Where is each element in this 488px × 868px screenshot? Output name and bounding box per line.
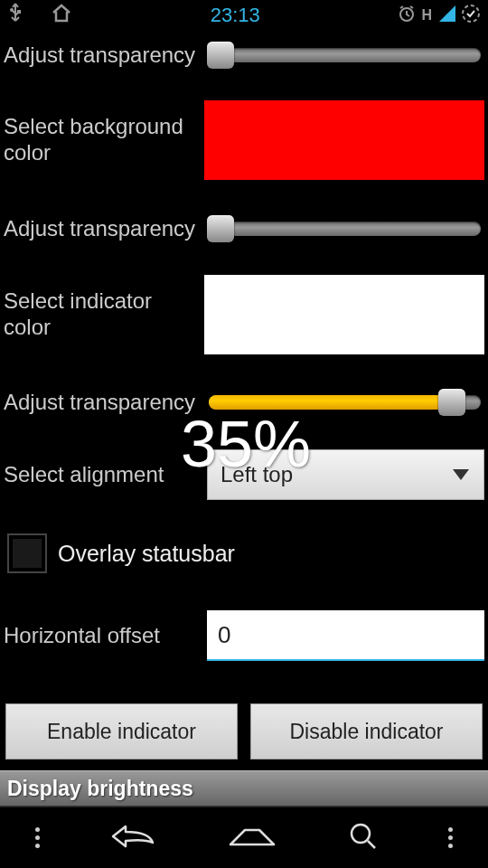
slider-thumb-icon[interactable]: [207, 215, 234, 242]
overflow-menu-right-icon[interactable]: [448, 827, 453, 848]
input-horizontal-offset-value: 0: [218, 621, 230, 649]
settings-content: Adjust transparency Select background co…: [0, 31, 488, 807]
slider-thumb-icon[interactable]: [438, 389, 465, 416]
nav-bar: [0, 807, 488, 868]
section-display-brightness-label: Display brightness: [7, 777, 193, 801]
checkbox-overlay-statusbar[interactable]: [7, 533, 47, 573]
label-transparency-1: Adjust transparency: [4, 42, 205, 69]
enable-indicator-button[interactable]: Enable indicator: [5, 703, 238, 760]
label-transparency-2: Adjust transparency: [4, 216, 205, 242]
home-icon: [51, 3, 72, 29]
nav-back-button[interactable]: [109, 823, 156, 854]
label-bg-color: Select background color: [4, 114, 204, 166]
slider-transparency-3[interactable]: [205, 389, 484, 416]
swatch-indicator-color[interactable]: [204, 275, 484, 354]
label-transparency-3: Adjust transparency: [4, 390, 205, 416]
enable-indicator-label: Enable indicator: [47, 720, 196, 744]
slider-transparency-2[interactable]: [205, 215, 484, 242]
sync-icon: [461, 4, 481, 28]
svg-point-4: [352, 825, 370, 843]
swatch-bg-color[interactable]: [204, 100, 484, 180]
network-type: H: [421, 7, 432, 24]
nav-home-button[interactable]: [227, 825, 277, 852]
status-clock: 23:13: [72, 4, 398, 27]
chevron-down-icon: [453, 469, 469, 480]
disable-indicator-button[interactable]: Disable indicator: [250, 703, 483, 760]
slider-thumb-icon[interactable]: [207, 42, 234, 69]
label-horizontal-offset: Horizontal offset: [4, 623, 207, 649]
svg-point-0: [10, 8, 14, 12]
alarm-icon: [398, 5, 416, 27]
nav-search-button[interactable]: [348, 821, 379, 855]
overflow-menu-left-icon[interactable]: [35, 827, 40, 848]
disable-indicator-label: Disable indicator: [289, 720, 443, 744]
dropdown-alignment[interactable]: Left top: [207, 449, 484, 500]
dropdown-alignment-value: Left top: [221, 462, 293, 487]
svg-point-3: [463, 5, 479, 22]
label-alignment: Select alignment: [4, 462, 207, 488]
input-horizontal-offset[interactable]: 0: [207, 610, 484, 661]
section-display-brightness: Display brightness: [0, 770, 488, 807]
usb-icon: [7, 3, 23, 29]
slider-transparency-1[interactable]: [205, 42, 484, 69]
label-indicator-color: Select indicator color: [4, 288, 204, 341]
label-overlay-statusbar: Overlay statusbar: [58, 541, 235, 567]
signal-icon: [437, 5, 455, 26]
status-bar: 23:13 H: [0, 0, 488, 31]
svg-rect-1: [17, 10, 21, 14]
